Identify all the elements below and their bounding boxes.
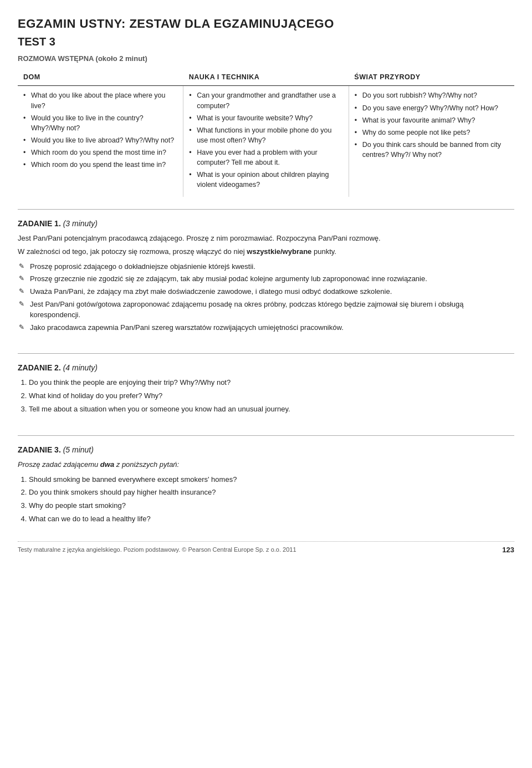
spacer-1 (18, 335, 514, 345)
zadanie1-bullet: Uważa Pan/Pani, że zdający ma zbyt małe … (18, 287, 514, 297)
col-heading-nauka: NAUKA I TECHNIKA (183, 69, 349, 86)
zadanie1-bullet: Jest Pan/Pani gotów/gotowa zaproponować … (18, 299, 514, 321)
col-heading-dom: DOM (18, 69, 183, 86)
zadanie2-list: Do you think the people are enjoying the… (18, 378, 514, 415)
zadanie3-item: Should smoking be banned everywhere exce… (29, 475, 514, 485)
zadanie3-list: Should smoking be banned everywhere exce… (18, 475, 514, 525)
col-dom: What do you like about the place where y… (18, 86, 183, 197)
zadanie1-bullets: Proszę poprosić zdającego o dokładniejsz… (18, 262, 514, 333)
zadanie1-title: ZADANIE 1. (3 minuty) (18, 218, 514, 230)
footer-text: Testy maturalne z języka angielskiego. P… (18, 546, 296, 554)
list-item: Would you like to live in the country? W… (23, 113, 177, 133)
list-item: What is your opinion about children play… (189, 170, 343, 190)
rozmowa-header: ROZMOWA WSTĘPNA (około 2 minut) (18, 54, 514, 64)
col-nauka: Can your grandmother and grandfather use… (183, 86, 349, 197)
sub-title: TEST 3 (18, 34, 514, 49)
main-title: EGZAMIN USTNY: ZESTAW DLA EGZAMINUJĄCEGO (18, 16, 514, 33)
zadanie3-title: ZADANIE 3. (5 minut) (18, 445, 514, 456)
zadanie1-intro1: Jest Pan/Pani potencjalnym pracodawcą zd… (18, 233, 514, 243)
list-item: What do you like about the place where y… (23, 90, 177, 110)
spacer-2 (18, 418, 514, 428)
list-item: What is your favourite website? Why? (189, 113, 343, 123)
zadanie1-bullet: Proszę poprosić zdającego o dokładniejsz… (18, 262, 514, 272)
list-item: Why do some people not like pets? (355, 128, 509, 138)
zadanie2-item: Tell me about a situation when you or so… (29, 404, 514, 415)
zadanie3-section: ZADANIE 3. (5 minut) Proszę zadać zdając… (18, 445, 514, 525)
divider-1 (18, 209, 514, 210)
zadanie3-item: What can we do to lead a healthy life? (29, 514, 514, 525)
zadanie3-item: Why do people start smoking? (29, 501, 514, 511)
zadanie3-intro: Proszę zadać zdającemu dwa z poniższych … (18, 460, 514, 470)
zadanie1-section: ZADANIE 1. (3 minuty) Jest Pan/Pani pote… (18, 218, 514, 333)
footer-page: 123 (502, 545, 514, 555)
divider-2 (18, 353, 514, 354)
col-heading-swiat: ŚWIAT PRZYRODY (349, 69, 514, 86)
list-item: Would you like to live abroad? Why?/Why … (23, 135, 177, 145)
list-item: What is your favourite animal? Why? (355, 115, 509, 125)
zadanie1-bullet: Jako pracodawca zapewnia Pan/Pani szereg… (18, 323, 514, 333)
list-item: Which room do you spend the most time in… (23, 148, 177, 157)
list-item: Which room do you spend the least time i… (23, 160, 177, 170)
list-item: Do you save energy? Why?/Why not? How? (355, 103, 509, 113)
rozmowa-table: DOM NAUKA I TECHNIKA ŚWIAT PRZYRODY What… (18, 69, 514, 197)
zadanie3-item: Do you think smokers should pay higher h… (29, 487, 514, 498)
zadanie2-section: ZADANIE 2. (4 minuty) Do you think the p… (18, 363, 514, 415)
divider-3 (18, 435, 514, 436)
col-swiat: Do you sort rubbish? Why?/Why not? Do yo… (349, 86, 514, 197)
zadanie1-intro2: W zależności od tego, jak potoczy się ro… (18, 247, 514, 257)
dom-list: What do you like about the place where y… (23, 90, 177, 170)
nauka-list: Can your grandmother and grandfather use… (189, 90, 343, 190)
list-item: Have you ever had a problem with your co… (189, 148, 343, 167)
list-item: Do you sort rubbish? Why?/Why not? (355, 90, 509, 100)
zadanie2-title: ZADANIE 2. (4 minuty) (18, 363, 514, 374)
list-item: Do you think cars should be banned from … (355, 140, 509, 160)
zadanie1-bullet: Proszę grzecznie nie zgodzić się ze zdaj… (18, 274, 514, 284)
list-item: What functions in your mobile phone do y… (189, 125, 343, 145)
zadanie2-item: What kind of holiday do you prefer? Why? (29, 391, 514, 401)
zadanie2-item: Do you think the people are enjoying the… (29, 378, 514, 388)
swiat-list: Do you sort rubbish? Why?/Why not? Do yo… (355, 90, 509, 160)
footer: Testy maturalne z języka angielskiego. P… (18, 541, 514, 555)
list-item: Can your grandmother and grandfather use… (189, 90, 343, 110)
